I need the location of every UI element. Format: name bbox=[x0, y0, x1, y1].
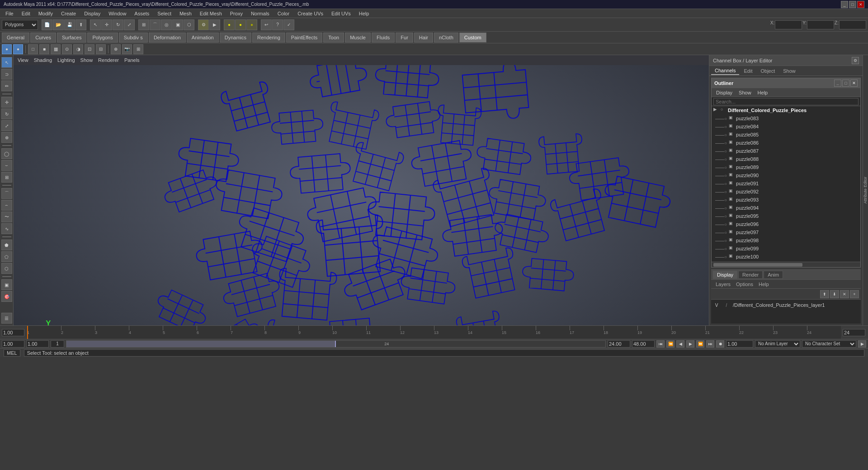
list-item[interactable]: ——○ ▣ puzzle085 bbox=[712, 131, 860, 139]
list-item[interactable]: ——○ ▣ puzzle098 bbox=[712, 236, 860, 244]
menu-window[interactable]: Window bbox=[105, 10, 130, 17]
universal-manip[interactable]: ⊕ bbox=[1, 132, 12, 143]
menu-modify[interactable]: Modify bbox=[35, 10, 57, 17]
tab-muscle[interactable]: Muscle bbox=[345, 33, 371, 42]
shadow-btn[interactable]: ◑ bbox=[73, 44, 83, 54]
menu-create[interactable]: Create bbox=[57, 10, 80, 17]
timeline-end-input[interactable] bbox=[843, 329, 865, 336]
history-btn[interactable]: ↩ bbox=[261, 19, 272, 30]
char-set-selector[interactable]: No Character Set bbox=[802, 340, 856, 348]
list-item[interactable]: ——○ ▣ puzzle083 bbox=[712, 114, 860, 122]
select-tool-btn[interactable]: ↖ bbox=[90, 19, 101, 30]
outliner-max-btn[interactable]: □ bbox=[842, 80, 849, 87]
layer-visibility-toggle[interactable]: V bbox=[713, 303, 720, 308]
outliner-search-input[interactable] bbox=[713, 98, 859, 105]
range-bar[interactable]: 24 bbox=[66, 340, 606, 348]
tab-ncloth[interactable]: nCloth bbox=[434, 33, 458, 42]
layer-row[interactable]: V / /Different_Colored_Puzzle_Pieces_lay… bbox=[713, 301, 859, 310]
menu-proxy[interactable]: Proxy bbox=[226, 10, 246, 17]
curve-tool-2[interactable]: ⌢ bbox=[1, 200, 12, 211]
snap-point-btn[interactable]: ◎ bbox=[161, 19, 172, 30]
list-item[interactable]: ——○ ▣ puzzle086 bbox=[712, 139, 860, 147]
soft-mod-tool[interactable]: ◯ bbox=[1, 148, 12, 159]
outliner-min-btn[interactable]: _ bbox=[834, 80, 841, 87]
texture-btn[interactable]: ▦ bbox=[51, 44, 61, 54]
play-back-btn[interactable]: ◀ bbox=[676, 340, 684, 348]
list-item[interactable]: ——○ ▣ puzzle088 bbox=[712, 155, 860, 163]
list-item[interactable]: ——○ ▣ puzzle084 bbox=[712, 122, 860, 131]
play-fwd-btn[interactable]: ▶ bbox=[686, 340, 694, 348]
list-item[interactable]: ——○ ▣ puzzle096 bbox=[712, 220, 860, 228]
tab-rendering[interactable]: Rendering bbox=[252, 33, 285, 42]
out-menu-display[interactable]: Display bbox=[713, 89, 735, 96]
paint-tool[interactable]: ⬟ bbox=[1, 240, 12, 250]
timeline-ruler[interactable]: 1 2 3 4 5 6 7 8 9 10 11 12 13 1 bbox=[27, 326, 841, 339]
isolate-btn[interactable]: ⊕ bbox=[111, 44, 121, 54]
scale-tool-btn[interactable]: ⤢ bbox=[124, 19, 135, 30]
timeline-start-input[interactable] bbox=[2, 329, 24, 336]
tab-toon[interactable]: Toon bbox=[323, 33, 344, 42]
step-back-btn[interactable]: ⏪ bbox=[666, 340, 675, 348]
menu-mesh[interactable]: Mesh bbox=[176, 10, 195, 17]
snap-curve-btn[interactable]: ⌒ bbox=[150, 19, 160, 30]
tab-hair[interactable]: Hair bbox=[414, 33, 433, 42]
paint-tool-2[interactable]: ⬠ bbox=[1, 251, 12, 262]
list-item[interactable]: ——○ ▣ puzzle094 bbox=[712, 204, 860, 212]
tab-polygons[interactable]: Polygons bbox=[87, 33, 118, 42]
grid-toggle-btn[interactable]: ⊞ bbox=[133, 44, 143, 54]
list-item[interactable]: ——○ ▣ puzzle087 bbox=[712, 147, 860, 155]
quick-btn-2[interactable]: ● bbox=[13, 44, 23, 54]
cb-tab-object[interactable]: Object bbox=[757, 67, 778, 75]
vp-view-menu[interactable]: View bbox=[15, 57, 31, 63]
outliner-hscroll[interactable] bbox=[712, 262, 860, 267]
list-item[interactable]: ——○ ▣ puzzle100 bbox=[712, 253, 860, 261]
goto-start-btn[interactable]: ⏮ bbox=[656, 340, 665, 348]
wireframe-btn[interactable]: □ bbox=[28, 44, 38, 54]
outliner-close-btn[interactable]: ✕ bbox=[850, 80, 858, 87]
menu-file[interactable]: File bbox=[2, 10, 17, 17]
rotate-tool-btn[interactable]: ↻ bbox=[113, 19, 123, 30]
vp-lighting-menu[interactable]: Lighting bbox=[55, 57, 77, 63]
menu-select[interactable]: Select bbox=[154, 10, 175, 17]
range-end-input[interactable] bbox=[608, 340, 630, 348]
tab-painteffects[interactable]: PaintEffects bbox=[286, 33, 323, 42]
paint-tool-3[interactable]: ⬡ bbox=[1, 263, 12, 274]
camera-btn[interactable]: 📷 bbox=[122, 44, 132, 54]
vp-show-menu[interactable]: Show bbox=[78, 57, 95, 63]
tab-animation[interactable]: Animation bbox=[187, 33, 219, 42]
move-tool-left[interactable]: ✛ bbox=[1, 97, 12, 108]
layer-sub-help[interactable]: Help bbox=[756, 281, 772, 287]
hscroll-thumb[interactable] bbox=[713, 263, 802, 267]
out-menu-help[interactable]: Help bbox=[755, 89, 771, 96]
menu-assets[interactable]: Assets bbox=[131, 10, 153, 17]
anim-layer-selector[interactable]: No Anim Layer bbox=[755, 340, 800, 348]
out-menu-show[interactable]: Show bbox=[736, 89, 754, 96]
start-frame-input[interactable] bbox=[2, 340, 24, 348]
snap-surface-btn[interactable]: ▣ bbox=[172, 19, 183, 30]
tab-general[interactable]: General bbox=[2, 33, 29, 42]
list-item[interactable]: ——○ ▣ puzzle099 bbox=[712, 244, 860, 253]
curve-tool-1[interactable]: ⌒ bbox=[1, 188, 12, 199]
light2-btn[interactable]: ● bbox=[235, 19, 246, 30]
smooth-shade-btn[interactable]: ■ bbox=[39, 44, 49, 54]
render-btn[interactable]: ⚙ bbox=[198, 19, 209, 30]
list-item[interactable]: ——○ ▣ puzzle092 bbox=[712, 188, 860, 196]
tab-fluids[interactable]: Fluids bbox=[372, 33, 395, 42]
move-tool-btn[interactable]: ✛ bbox=[101, 19, 112, 30]
tab-fur[interactable]: Fur bbox=[396, 33, 413, 42]
channel-box-settings-btn[interactable]: ⚙ bbox=[852, 57, 859, 64]
curve-tool-3[interactable]: 〜 bbox=[1, 212, 12, 222]
layer-sub-layers[interactable]: Layers bbox=[713, 281, 733, 287]
layer-tool-2[interactable]: ⬇ bbox=[830, 290, 839, 298]
light-btn[interactable]: ⊙ bbox=[62, 44, 72, 54]
xray-btn[interactable]: ⊡ bbox=[85, 44, 94, 54]
tab-custom[interactable]: Custom bbox=[459, 33, 486, 42]
scale-tool-left[interactable]: ⤢ bbox=[1, 120, 12, 131]
menu-create-uvs[interactable]: Create UVs bbox=[294, 10, 327, 17]
current-frame-input[interactable] bbox=[26, 340, 49, 348]
rotate-tool-left[interactable]: ↻ bbox=[1, 108, 12, 119]
light1-btn[interactable]: ● bbox=[224, 19, 235, 30]
select-tool[interactable]: ↖ bbox=[1, 57, 12, 68]
char-set-btn[interactable]: ▶ bbox=[858, 340, 866, 348]
snap-live-btn[interactable]: ⬡ bbox=[184, 19, 194, 30]
